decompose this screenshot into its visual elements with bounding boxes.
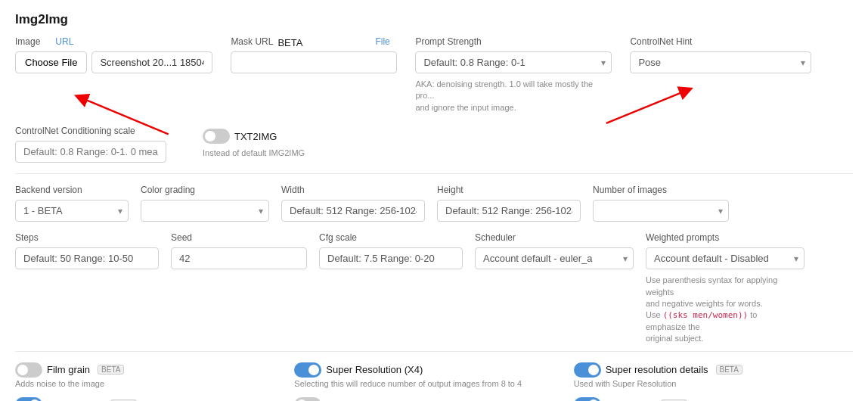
- film-grain-desc: Adds noise to the image: [15, 379, 294, 388]
- film-grain-label: Film grain: [47, 364, 90, 375]
- width-label: Width: [281, 185, 425, 195]
- controlnet-hint-select[interactable]: Pose None Depth Canny: [630, 51, 811, 73]
- super-resolution-details-badge: BETA: [716, 365, 742, 375]
- choose-file-button[interactable]: Choose File: [15, 51, 87, 73]
- page-title: Img2Img: [15, 12, 853, 27]
- prompt-strength-hint1: AKA: denoising strength. 1.0 will take m…: [415, 79, 593, 100]
- backend-version-label: Backend version: [15, 185, 129, 195]
- scheduler-label: Scheduler: [475, 232, 634, 243]
- cfg-scale-input[interactable]: [319, 247, 463, 269]
- mask-url-label: Mask URL: [231, 36, 273, 47]
- controlnet-scale-input[interactable]: [15, 141, 166, 163]
- film-grain-toggle[interactable]: [15, 362, 42, 378]
- weighted-hint3-code: ((sks men/women)): [663, 310, 749, 320]
- scheduler-select[interactable]: Account default - euler_a euler_a ddim p…: [475, 247, 634, 269]
- prompt-strength-label: Prompt Strength: [415, 36, 612, 47]
- image-label: Image: [15, 36, 40, 47]
- txt2img-toggle[interactable]: [203, 129, 230, 144]
- file-name-input[interactable]: [91, 51, 212, 73]
- film-grain-badge: BETA: [98, 365, 124, 375]
- weighted-hint1: Use parenthesis syntax for applying weig…: [646, 275, 777, 296]
- weighted-prompts-select[interactable]: Account default - Disabled Enabled Disab…: [646, 247, 804, 269]
- steps-input[interactable]: [15, 247, 159, 269]
- mask-url-input[interactable]: [231, 51, 397, 73]
- number-of-images-label: Number of images: [593, 185, 729, 195]
- image-url-label[interactable]: URL: [55, 36, 73, 47]
- controlnet-hint-label: ControlNet Hint: [630, 36, 811, 47]
- weighted-hint2: and negative weights for words.: [646, 299, 763, 308]
- number-of-images-select[interactable]: 1 2 4 8: [593, 200, 729, 222]
- super-resolution-details-toggle[interactable]: [574, 362, 601, 378]
- backend-version-select[interactable]: 1 - BETA 2: [15, 200, 129, 222]
- color-grading-select[interactable]: Film Velvia Film Portra: [141, 200, 269, 222]
- txt2img-desc: Instead of default IMG2IMG: [203, 148, 305, 157]
- super-resolution-toggle[interactable]: [294, 362, 321, 378]
- super-resolution-details-desc: Used with Super Resolution: [574, 379, 853, 388]
- prompt-strength-select[interactable]: Default: 0.8 Range: 0-1: [415, 51, 612, 73]
- mask-file-label[interactable]: File: [375, 36, 389, 47]
- height-input[interactable]: [437, 200, 581, 222]
- super-resolution-label: Super Resolution (X4): [326, 364, 423, 375]
- face-correct-toggle[interactable]: [294, 397, 321, 401]
- controlnet-scale-label: ControlNet Conditioning scale: [15, 126, 166, 136]
- seed-input[interactable]: [171, 247, 307, 269]
- height-label: Height: [437, 185, 581, 195]
- cfg-scale-label: Cfg scale: [319, 232, 463, 243]
- face-swap-toggle[interactable]: [574, 397, 601, 401]
- mask-url-badge: BETA: [277, 37, 302, 48]
- weighted-hint4: original subject.: [646, 334, 703, 343]
- prompt-strength-hint2: and ignore the input image.: [415, 103, 516, 112]
- width-input[interactable]: [281, 200, 425, 222]
- super-resolution-details-label: Super resolution details: [606, 364, 708, 375]
- weighted-prompts-label: Weighted prompts: [646, 232, 804, 243]
- inpaint-faces-toggle[interactable]: [15, 397, 42, 401]
- seed-label: Seed: [171, 232, 307, 243]
- super-resolution-desc: Selecting this will reduce number of out…: [294, 379, 573, 388]
- color-grading-label: Color grading: [141, 185, 269, 195]
- txt2img-label: TXT2IMG: [234, 131, 277, 142]
- weighted-hint3-prefix: Use: [646, 310, 663, 319]
- steps-label: Steps: [15, 232, 159, 243]
